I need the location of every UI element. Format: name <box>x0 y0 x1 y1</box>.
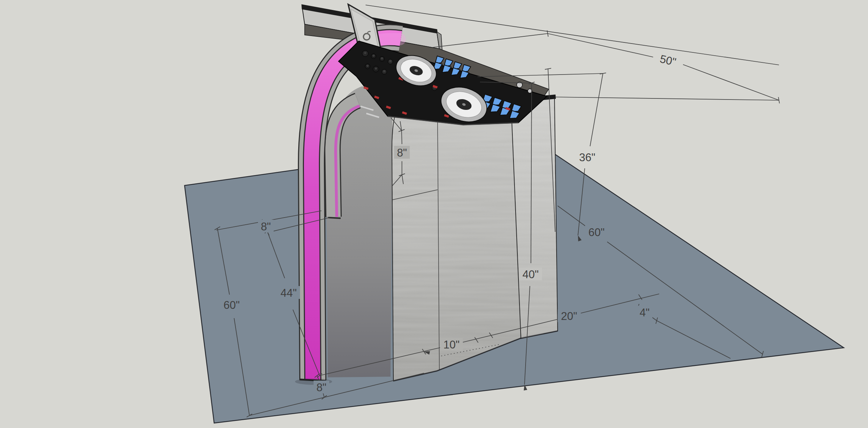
dim-label-8-bottom: 8" <box>316 381 326 394</box>
knob-cap <box>372 55 374 57</box>
booth-cabinet <box>392 90 521 381</box>
dim-label-10: 10" <box>443 338 460 351</box>
dim-label-60-left: 60" <box>223 299 240 311</box>
dim-label-4: 4" <box>640 306 650 319</box>
cabinet-texture <box>392 90 521 381</box>
dim-label-8-arch: 8" <box>397 147 407 159</box>
knob-cap <box>375 67 377 70</box>
dim-label-60-right: 60" <box>588 226 605 239</box>
scene-canvas[interactable]: 50" 36" 60" 40" 20" 4" 10" 8" 8" 44" 60"… <box>0 0 868 428</box>
knob-cap <box>366 65 368 67</box>
dim-label-20: 20" <box>561 310 577 322</box>
knob-cap <box>381 57 383 60</box>
dim-label-44: 44" <box>280 287 297 299</box>
model-viewport[interactable]: 50" 36" 60" 40" 20" 4" 10" 8" 8" 44" 60"… <box>0 0 868 428</box>
knob-cap <box>364 52 366 54</box>
dimension-line <box>402 131 402 144</box>
dim-label-8-top-left: 8" <box>261 220 271 233</box>
knob-cap <box>389 60 391 62</box>
knob-cap <box>383 70 385 72</box>
dim-label-40: 40" <box>522 268 539 281</box>
dim-label-36: 36" <box>579 151 595 164</box>
